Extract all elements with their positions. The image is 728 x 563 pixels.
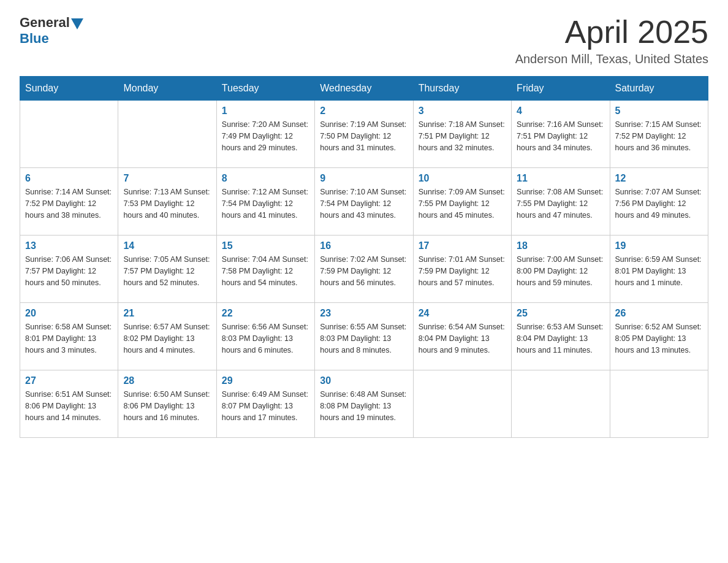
logo: General Blue [20,15,83,47]
calendar-cell [512,370,610,438]
calendar-cell: 10Sunrise: 7:09 AM Sunset: 7:55 PM Dayli… [413,168,511,236]
calendar-cell: 26Sunrise: 6:52 AM Sunset: 8:05 PM Dayli… [610,303,708,370]
calendar-cell: 25Sunrise: 6:53 AM Sunset: 8:04 PM Dayli… [512,303,610,370]
calendar-week-2: 6Sunrise: 7:14 AM Sunset: 7:52 PM Daylig… [20,168,708,236]
calendar-cell [610,370,708,438]
day-number: 20 [25,308,113,319]
title-block: April 2025 Anderson Mill, Texas, United … [515,15,708,66]
day-number: 23 [320,308,408,319]
day-info: Sunrise: 7:06 AM Sunset: 7:57 PM Dayligh… [25,254,113,288]
day-number: 7 [123,173,211,184]
day-info: Sunrise: 6:53 AM Sunset: 8:04 PM Dayligh… [517,321,604,356]
day-number: 21 [123,308,211,319]
day-info: Sunrise: 7:18 AM Sunset: 7:51 PM Dayligh… [419,119,506,153]
calendar-cell [413,370,511,438]
day-number: 4 [517,105,604,117]
weekday-header-wednesday: Wednesday [315,77,413,101]
calendar-cell: 6Sunrise: 7:14 AM Sunset: 7:52 PM Daylig… [20,168,118,236]
calendar-cell: 8Sunrise: 7:12 AM Sunset: 7:54 PM Daylig… [216,168,314,236]
day-info: Sunrise: 6:50 AM Sunset: 8:06 PM Dayligh… [123,389,211,423]
day-number: 6 [25,173,113,184]
calendar-cell: 11Sunrise: 7:08 AM Sunset: 7:55 PM Dayli… [512,168,610,236]
day-number: 24 [419,308,506,319]
day-number: 15 [222,240,309,251]
calendar-week-3: 13Sunrise: 7:06 AM Sunset: 7:57 PM Dayli… [20,236,708,303]
day-number: 2 [320,105,408,117]
day-number: 28 [123,375,211,386]
day-info: Sunrise: 7:04 AM Sunset: 7:58 PM Dayligh… [222,254,309,288]
day-info: Sunrise: 7:09 AM Sunset: 7:55 PM Dayligh… [419,186,506,221]
day-info: Sunrise: 6:52 AM Sunset: 8:05 PM Dayligh… [615,321,703,356]
day-number: 13 [25,240,113,251]
weekday-header-friday: Friday [512,77,610,101]
calendar-cell: 17Sunrise: 7:01 AM Sunset: 7:59 PM Dayli… [413,236,511,303]
day-number: 17 [419,240,506,251]
day-info: Sunrise: 6:55 AM Sunset: 8:03 PM Dayligh… [320,321,408,356]
calendar-table: SundayMondayTuesdayWednesdayThursdayFrid… [20,76,708,438]
calendar-header: SundayMondayTuesdayWednesdayThursdayFrid… [20,77,708,101]
day-info: Sunrise: 7:14 AM Sunset: 7:52 PM Dayligh… [25,186,113,221]
day-number: 16 [320,240,408,251]
day-number: 14 [123,240,211,251]
logo-triangle-icon [71,18,83,29]
day-info: Sunrise: 6:51 AM Sunset: 8:06 PM Dayligh… [25,389,113,423]
calendar-cell: 28Sunrise: 6:50 AM Sunset: 8:06 PM Dayli… [118,370,216,438]
day-number: 26 [615,308,703,319]
calendar-cell: 24Sunrise: 6:54 AM Sunset: 8:04 PM Dayli… [413,303,511,370]
day-info: Sunrise: 6:48 AM Sunset: 8:08 PM Dayligh… [320,389,408,423]
location-title: Anderson Mill, Texas, United States [515,52,708,66]
day-info: Sunrise: 7:10 AM Sunset: 7:54 PM Dayligh… [320,186,408,221]
day-info: Sunrise: 6:57 AM Sunset: 8:02 PM Dayligh… [123,321,211,356]
logo-blue-text: Blue [20,31,49,47]
day-number: 29 [222,375,309,386]
day-info: Sunrise: 7:07 AM Sunset: 7:56 PM Dayligh… [615,186,703,221]
day-info: Sunrise: 7:19 AM Sunset: 7:50 PM Dayligh… [320,119,408,153]
logo-general-text: General [20,15,70,31]
day-number: 25 [517,308,604,319]
calendar-cell: 29Sunrise: 6:49 AM Sunset: 8:07 PM Dayli… [216,370,314,438]
day-info: Sunrise: 7:12 AM Sunset: 7:54 PM Dayligh… [222,186,309,221]
calendar-cell: 23Sunrise: 6:55 AM Sunset: 8:03 PM Dayli… [315,303,413,370]
day-info: Sunrise: 6:54 AM Sunset: 8:04 PM Dayligh… [419,321,506,356]
day-info: Sunrise: 7:15 AM Sunset: 7:52 PM Dayligh… [615,119,703,153]
calendar-cell: 3Sunrise: 7:18 AM Sunset: 7:51 PM Daylig… [413,101,511,168]
day-number: 11 [517,173,604,184]
day-info: Sunrise: 6:58 AM Sunset: 8:01 PM Dayligh… [25,321,113,356]
calendar-cell: 12Sunrise: 7:07 AM Sunset: 7:56 PM Dayli… [610,168,708,236]
day-number: 22 [222,308,309,319]
calendar-cell: 7Sunrise: 7:13 AM Sunset: 7:53 PM Daylig… [118,168,216,236]
calendar-cell: 16Sunrise: 7:02 AM Sunset: 7:59 PM Dayli… [315,236,413,303]
weekday-header-saturday: Saturday [610,77,708,101]
day-info: Sunrise: 6:56 AM Sunset: 8:03 PM Dayligh… [222,321,309,356]
calendar-cell: 22Sunrise: 6:56 AM Sunset: 8:03 PM Dayli… [216,303,314,370]
calendar-cell: 13Sunrise: 7:06 AM Sunset: 7:57 PM Dayli… [20,236,118,303]
weekday-header-thursday: Thursday [413,77,511,101]
day-info: Sunrise: 6:49 AM Sunset: 8:07 PM Dayligh… [222,389,309,423]
calendar-cell: 4Sunrise: 7:16 AM Sunset: 7:51 PM Daylig… [512,101,610,168]
day-number: 18 [517,240,604,251]
day-number: 5 [615,105,703,117]
calendar-week-1: 1Sunrise: 7:20 AM Sunset: 7:49 PM Daylig… [20,101,708,168]
calendar-cell: 21Sunrise: 6:57 AM Sunset: 8:02 PM Dayli… [118,303,216,370]
calendar-cell: 19Sunrise: 6:59 AM Sunset: 8:01 PM Dayli… [610,236,708,303]
weekday-header-tuesday: Tuesday [216,77,314,101]
calendar-cell: 14Sunrise: 7:05 AM Sunset: 7:57 PM Dayli… [118,236,216,303]
day-info: Sunrise: 7:13 AM Sunset: 7:53 PM Dayligh… [123,186,211,221]
calendar-week-5: 27Sunrise: 6:51 AM Sunset: 8:06 PM Dayli… [20,370,708,438]
day-info: Sunrise: 7:20 AM Sunset: 7:49 PM Dayligh… [222,119,309,153]
day-number: 9 [320,173,408,184]
calendar-cell: 27Sunrise: 6:51 AM Sunset: 8:06 PM Dayli… [20,370,118,438]
day-number: 27 [25,375,113,386]
day-number: 12 [615,173,703,184]
day-number: 19 [615,240,703,251]
weekday-header-monday: Monday [118,77,216,101]
day-info: Sunrise: 6:59 AM Sunset: 8:01 PM Dayligh… [615,254,703,288]
calendar-cell [118,101,216,168]
calendar-cell: 15Sunrise: 7:04 AM Sunset: 7:58 PM Dayli… [216,236,314,303]
day-info: Sunrise: 7:05 AM Sunset: 7:57 PM Dayligh… [123,254,211,288]
day-info: Sunrise: 7:08 AM Sunset: 7:55 PM Dayligh… [517,186,604,221]
calendar-week-4: 20Sunrise: 6:58 AM Sunset: 8:01 PM Dayli… [20,303,708,370]
calendar-cell: 2Sunrise: 7:19 AM Sunset: 7:50 PM Daylig… [315,101,413,168]
calendar-cell: 18Sunrise: 7:00 AM Sunset: 8:00 PM Dayli… [512,236,610,303]
calendar-cell: 1Sunrise: 7:20 AM Sunset: 7:49 PM Daylig… [216,101,314,168]
